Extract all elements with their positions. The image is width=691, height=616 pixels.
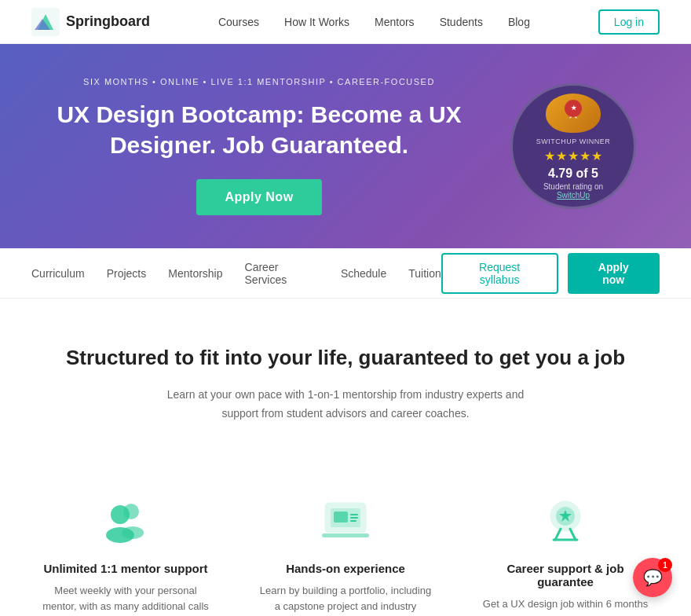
request-syllabus-button[interactable]: Request syllabus [441,253,558,294]
hero-content: SIX MONTHS • ONLINE • LIVE 1:1 MENTORSHI… [55,77,463,215]
subnav-apply-button[interactable]: Apply now [568,253,660,294]
subnav-mentorship[interactable]: Mentorship [168,264,222,283]
switchup-link[interactable]: SwitchUp [557,191,590,200]
nav-blog[interactable]: Blog [508,16,530,28]
feature-mentor-desc: Meet weekly with your personal mentor, w… [39,583,212,616]
main-section: Structured to fit into your life, guaran… [0,299,691,494]
subnav: Curriculum Projects Mentorship Career Se… [0,248,691,299]
feature-career: Career support & job guarantee Get a UX … [479,494,652,616]
subnav-links: Curriculum Projects Mentorship Career Se… [31,258,441,289]
subnav-curriculum[interactable]: Curriculum [31,264,85,283]
navbar-actions: Log in [598,9,660,35]
rating-sub-label: Student rating on [543,182,603,191]
main-title: Structured to fit into your life, guaran… [31,346,660,370]
navbar: Springboard Courses How It Works Mentors… [0,0,691,44]
subnav-tuition[interactable]: Tuition [408,264,441,283]
svg-rect-13 [322,534,369,537]
laptop-icon [318,494,373,549]
subnav-career-services[interactable]: Career Services [245,258,319,289]
rating-stars: ★★★★★ [544,148,603,163]
nav-students[interactable]: Students [440,16,483,28]
chat-icon: 💬 [643,568,663,587]
feature-career-desc: Get a UX design job within 6 months of g… [479,596,652,616]
main-desc: Learn at your own pace with 1-on-1 mento… [149,386,542,424]
logo-text: Springboard [66,13,150,30]
badge-label: SWITCHUP WINNER [536,138,610,145]
logo[interactable]: Springboard [31,8,150,36]
hero-tag: SIX MONTHS • ONLINE • LIVE 1:1 MENTORSHI… [55,77,463,86]
hero-apply-button[interactable]: Apply Now [196,179,321,215]
navbar-links: Courses How It Works Mentors Students Bl… [218,16,530,28]
svg-rect-9 [334,512,348,522]
nav-mentors[interactable]: Mentors [375,16,415,28]
feature-hands-on-desc: Learn by building a portfolio, including… [259,583,432,616]
feature-mentor: Unlimited 1:1 mentor support Meet weekly… [39,494,212,616]
badge-inner: ★ [565,100,582,117]
hero-rating-badge: ★ SWITCHUP WINNER ★★★★★ 4.79 of 5 Studen… [510,83,636,209]
subnav-projects[interactable]: Projects [107,264,147,283]
award-icon [538,494,593,549]
hero-section: SIX MONTHS • ONLINE • LIVE 1:1 MENTORSHI… [0,44,691,248]
feature-mentor-title: Unlimited 1:1 mentor support [39,562,212,575]
mentor-icon [98,494,153,549]
nav-courses[interactable]: Courses [218,16,259,28]
badge-star-icon: ★ [571,104,576,112]
subnav-schedule[interactable]: Schedule [341,264,386,283]
feature-career-title: Career support & job guarantee [479,562,652,588]
hero-title: UX Design Bootcamp: Become a UX Designer… [55,99,463,160]
feature-hands-on: Hands-on experience Learn by building a … [259,494,432,616]
subnav-actions: Request syllabus Apply now [441,253,660,294]
features-section: Unlimited 1:1 mentor support Meet weekly… [0,494,691,616]
chat-button[interactable]: 💬 1 [633,558,672,597]
svg-line-18 [570,529,576,540]
svg-line-17 [555,529,561,540]
switchup-badge: ★ [546,94,601,133]
chat-badge: 1 [658,558,672,572]
logo-icon [31,8,60,36]
svg-point-4 [123,504,139,519]
nav-how-it-works[interactable]: How It Works [284,16,349,28]
feature-hands-on-title: Hands-on experience [259,562,432,575]
login-button[interactable]: Log in [598,9,660,35]
rating-score: 4.79 of 5 [548,167,598,181]
svg-point-6 [122,526,144,539]
